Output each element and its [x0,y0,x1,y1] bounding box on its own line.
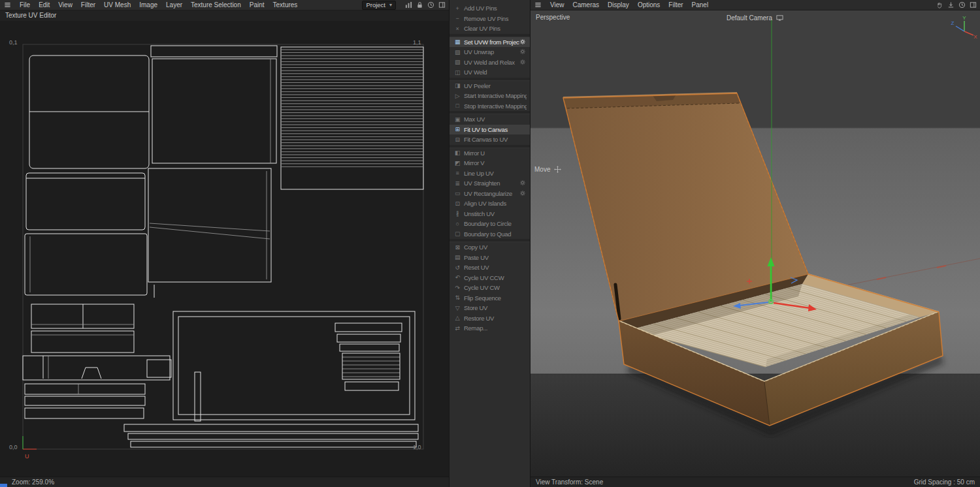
command-align-uv-islands[interactable]: ⊡Align UV Islands [449,198,530,209]
uv-peeler-icon: ◨ [453,82,461,89]
uv-coord-bottom-left: 0,0 [9,444,18,450]
panel-icon[interactable] [968,1,977,9]
gear-icon[interactable] [519,180,527,187]
menu-file[interactable]: File [20,1,30,8]
flip-sequence-icon: ⇅ [453,294,461,301]
download-icon[interactable] [946,1,955,9]
lock-icon[interactable] [415,1,424,9]
hamburger-icon[interactable] [533,1,542,9]
move-tool-icon [553,165,562,174]
command-paste-uv[interactable]: ▤Paste UV [449,253,530,263]
command-fit-uv-to-canvas[interactable]: ⊞Fit UV to Canvas [449,125,530,135]
command-label: Max UV [464,116,527,123]
command-label: Cycle UV CCW [464,274,527,281]
panel-icon[interactable] [437,1,446,9]
command-mirror-v[interactable]: ◩Mirror V [449,158,530,168]
menu-layer[interactable]: Layer [166,1,182,8]
vp-menu-filter[interactable]: Filter [668,1,683,8]
history-icon[interactable] [957,1,966,9]
command-label: Stop Interactive Mapping [464,102,527,110]
uv-command-list: +Add UV Pins−Remove UV Pins×Clear UV Pin… [449,0,530,487]
command-reset-uv[interactable]: ↺Reset UV [449,262,530,273]
axis-indicator[interactable]: Y Z X [949,14,977,40]
uv-toolbar-icons [404,1,446,9]
command-boundary-to-circle[interactable]: ○Boundary to Circle [449,219,530,229]
hand-icon[interactable] [935,1,944,9]
application-window: FileEditViewFilterUV MeshImageLayerTextu… [0,0,980,487]
command-copy-uv[interactable]: ⊠Copy UV [449,242,530,253]
menu-uv-mesh[interactable]: UV Mesh [104,1,131,8]
gear-icon[interactable] [519,39,527,46]
copy-uv-icon: ⊠ [453,244,461,251]
vp-menu-panel[interactable]: Panel [692,1,709,8]
hamburger-icon[interactable] [3,1,12,9]
command-add-uv-pins[interactable]: +Add UV Pins [449,3,530,14]
command-label: Align UV Islands [464,200,527,207]
chart-icon[interactable] [404,1,413,9]
command-stop-interactive-mapping[interactable]: □Stop Interactive Mapping [449,101,530,112]
command-set-uvw-from-projection[interactable]: ▦Set UVW from Projection [449,37,530,48]
project-dropdown-value: Project [366,1,385,8]
vp-menu-options[interactable]: Options [638,1,660,8]
viewport-canvas[interactable]: Perspective Default Camera Move Y Z X [531,10,980,477]
command-uv-rectangularize[interactable]: ▭UV Rectangularize [449,189,530,199]
fit-canvas-to-uv-icon: ⊟ [453,136,461,143]
menu-image[interactable]: Image [139,1,157,8]
command-uv-straighten[interactable]: ≣UV Straighten [449,178,530,189]
tool-label: Move [534,165,562,174]
menu-edit[interactable]: Edit [39,1,50,8]
vp-menu-display[interactable]: Display [608,1,629,8]
camera-label[interactable]: Default Camera [727,14,784,22]
command-label: UV Weld and Relax [464,59,519,66]
menu-texture-selection[interactable]: Texture Selection [191,1,241,8]
command-label: Copy UV [464,244,527,251]
command-uv-weld[interactable]: ◫UV Weld [449,67,530,78]
vp-menu-view[interactable]: View [550,1,564,8]
command-clear-uv-pins[interactable]: ×Clear UV Pins [449,24,530,34]
command-mirror-u[interactable]: ◧Mirror U [449,148,530,159]
paste-uv-icon: ▤ [453,254,461,260]
vp-menu-cameras[interactable]: Cameras [573,1,600,8]
gear-icon[interactable] [519,59,527,66]
start-interactive-mapping-icon: ▷ [453,93,461,99]
command-remap[interactable]: ⇄Remap... [449,323,530,334]
command-unstitch-uv[interactable]: ∦Unstitch UV [449,209,530,219]
menu-filter[interactable]: Filter [81,1,95,8]
command-label: Boundary to Quad [464,230,527,238]
command-label: Store UV [464,304,527,311]
command-label: Remap... [464,324,527,332]
command-label: UV Peeler [464,82,527,89]
command-fit-canvas-to-uv[interactable]: ⊟Fit Canvas to UV [449,134,530,145]
command-label: Remove UV Pins [464,15,527,22]
project-dropdown[interactable]: Project ▾ [362,1,396,10]
menu-textures[interactable]: Textures [273,1,298,8]
command-remove-uv-pins[interactable]: −Remove UV Pins [449,14,530,24]
menu-paint[interactable]: Paint [250,1,265,8]
command-uv-weld-and-relax[interactable]: ▧UV Weld and Relax [449,57,530,68]
uv-weld-and-relax-icon: ▧ [453,59,461,65]
uv-canvas[interactable]: 0,1 1,1 0,0 1,0 U [0,21,449,477]
command-store-uv[interactable]: ▽Store UV [449,303,530,313]
projection-label[interactable]: Perspective [536,14,570,21]
remap-icon: ⇄ [453,325,461,332]
gear-icon[interactable] [519,48,527,55]
clear-uv-pins-icon: × [453,25,461,32]
command-flip-sequence[interactable]: ⇅Flip Sequence [449,293,530,304]
command-start-interactive-mapping[interactable]: ▷Start Interactive Mapping [449,91,530,101]
boundary-to-circle-icon: ○ [453,221,461,227]
command-line-up-uv[interactable]: ≡Line Up UV [449,168,530,179]
command-cycle-uv-cw[interactable]: ↷Cycle UV CW [449,283,530,293]
x-axis-label: X [973,34,977,40]
command-uv-unwrap[interactable]: ▨UV Unwrap [449,47,530,57]
command-uv-peeler[interactable]: ◨UV Peeler [449,81,530,91]
gear-icon[interactable] [519,190,527,197]
command-cycle-uv-ccw[interactable]: ↶Cycle UV CCW [449,273,530,283]
command-label: Clear UV Pins [464,25,527,32]
command-boundary-to-quad[interactable]: ▢Boundary to Quad [449,229,530,240]
command-max-uv[interactable]: ▣Max UV [449,114,530,125]
align-uv-islands-icon: ⊡ [453,200,461,207]
command-label: Set UVW from Projection [464,39,519,46]
command-restore-uv[interactable]: △Restore UV [449,313,530,324]
menu-view[interactable]: View [58,1,73,8]
history-icon[interactable] [426,1,435,9]
